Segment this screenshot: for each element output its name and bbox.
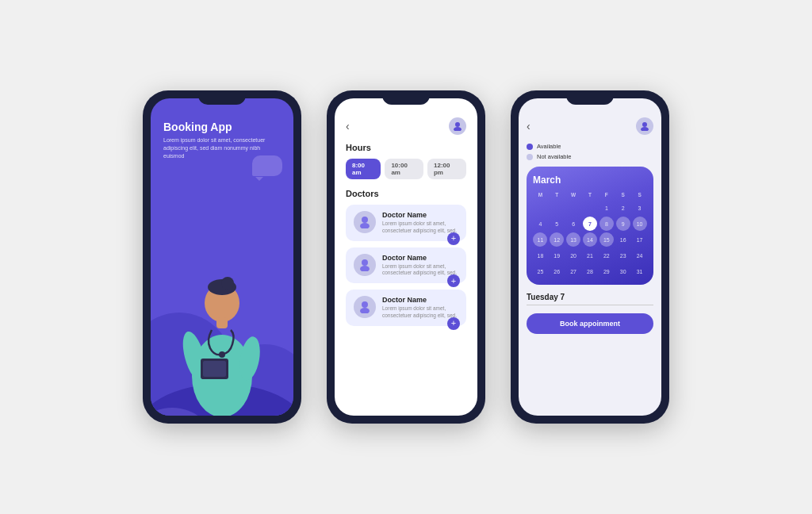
doc-desc-0: Lorem ipsum dolor sit amet,consectetuer … xyxy=(382,221,458,235)
cal-day-31[interactable]: 31 xyxy=(633,264,647,278)
calendar-grid: M T W T F S S 1 2 3 xyxy=(533,190,647,278)
user-avatar-3[interactable] xyxy=(636,117,653,135)
doctor-card-2[interactable]: Doctor Name Lorem ipsum dolor sit amet,c… xyxy=(346,290,466,326)
doctor-card-1[interactable]: Doctor Name Lorem ipsum dolor sit amet,c… xyxy=(346,247,466,284)
doc-name-0: Doctor Name xyxy=(382,211,458,219)
hour-chip-0[interactable]: 8:00 am xyxy=(346,159,381,179)
phones-container: Booking App Lorem ipsum dolor sit amet, … xyxy=(127,75,685,439)
back-button-3[interactable]: ‹ xyxy=(527,120,530,132)
phone3-header: ‹ xyxy=(527,117,653,135)
cal-day-25[interactable]: 25 xyxy=(533,264,547,278)
svg-point-20 xyxy=(362,301,368,308)
legend-not-available: Not available xyxy=(527,153,653,160)
cal-day-15[interactable]: 15 xyxy=(599,232,614,247)
cal-day-28[interactable]: 28 xyxy=(583,264,597,278)
phone-hours: ‹ Hours 8:00 am 10:00 am 12:00 pm Doctor… xyxy=(327,90,485,424)
doctor-icon-1 xyxy=(358,259,371,271)
cal-header-T2: T xyxy=(583,190,598,199)
hour-chip-1[interactable]: 10:00 am xyxy=(385,159,423,179)
cal-header-W: W xyxy=(566,190,581,199)
svg-point-22 xyxy=(642,122,647,127)
cal-day-21[interactable]: 21 xyxy=(583,248,597,263)
cal-day-16[interactable]: 16 xyxy=(616,232,630,247)
doc-info-2: Doctor Name Lorem ipsum dolor sit amet,c… xyxy=(382,296,458,320)
phone-calendar: ‹ Available Not avai xyxy=(511,90,669,424)
cal-day-6[interactable]: 6 xyxy=(566,217,580,231)
cal-day-5[interactable]: 5 xyxy=(550,217,564,231)
cal-day-2[interactable]: 2 xyxy=(616,201,630,215)
phone2-content: ‹ Hours 8:00 am 10:00 am 12:00 pm Doctor… xyxy=(335,98,477,340)
available-label: Available xyxy=(537,143,561,150)
doc-name-1: Doctor Name xyxy=(382,254,458,262)
svg-point-19 xyxy=(360,266,370,271)
svg-rect-12 xyxy=(203,361,226,377)
svg-point-17 xyxy=(360,223,370,228)
add-doctor-0[interactable]: + xyxy=(447,232,460,245)
cal-day-10[interactable]: 10 xyxy=(633,217,647,231)
cal-day-11[interactable]: 11 xyxy=(533,232,547,247)
add-doctor-2[interactable]: + xyxy=(447,317,460,330)
cal-day-22[interactable]: 22 xyxy=(599,248,614,263)
doctor-illustration xyxy=(170,241,274,416)
cal-day-1[interactable]: 1 xyxy=(599,201,614,215)
svg-point-7 xyxy=(221,277,234,290)
cal-day-20[interactable]: 20 xyxy=(566,248,580,263)
doctor-icon-2 xyxy=(358,301,371,313)
cal-header-S1: S xyxy=(615,190,630,199)
user-icon-3 xyxy=(640,121,649,131)
cal-header-T1: T xyxy=(550,190,565,199)
doctors-section-title: Doctors xyxy=(346,189,466,198)
cal-day-29[interactable]: 29 xyxy=(599,264,614,278)
cal-day-30[interactable]: 30 xyxy=(616,264,630,278)
cal-day-27[interactable]: 27 xyxy=(566,264,580,278)
phone1-content: Booking App Lorem ipsum dolor sit amet, … xyxy=(151,98,293,169)
cal-day-9[interactable]: 9 xyxy=(616,217,630,231)
doctor-card-0[interactable]: Doctor Name Lorem ipsum dolor sit amet,c… xyxy=(346,205,466,241)
cal-day-4[interactable]: 4 xyxy=(533,217,547,231)
cal-day-7[interactable]: 7 xyxy=(583,217,597,231)
booking-title: Booking App xyxy=(163,121,281,133)
doc-info-1: Doctor Name Lorem ipsum dolor sit amet,c… xyxy=(382,254,458,278)
cal-day-3[interactable]: 3 xyxy=(633,201,647,215)
cal-empty-1 xyxy=(533,201,547,215)
svg-point-15 xyxy=(454,127,462,131)
cal-day-8[interactable]: 8 xyxy=(599,217,614,231)
user-avatar-2[interactable] xyxy=(449,117,466,135)
calendar-box: March M T W T F S S xyxy=(527,167,653,285)
cal-empty-3 xyxy=(566,201,580,215)
cal-day-13[interactable]: 13 xyxy=(566,232,580,247)
selected-date: Tuesday 7 xyxy=(527,293,653,301)
doc-avatar-0 xyxy=(354,211,376,233)
cal-day-26[interactable]: 26 xyxy=(550,264,564,278)
book-appointment-button[interactable]: Book appoinment xyxy=(527,313,653,334)
add-doctor-1[interactable]: + xyxy=(447,274,460,287)
divider xyxy=(527,305,653,305)
svg-point-21 xyxy=(360,308,370,313)
cal-header-M: M xyxy=(533,190,548,199)
not-available-dot xyxy=(527,154,533,160)
cal-day-14[interactable]: 14 xyxy=(583,232,597,247)
cal-day-23[interactable]: 23 xyxy=(616,248,630,263)
svg-point-13 xyxy=(219,351,225,358)
doctor-icon-0 xyxy=(358,216,371,228)
cal-day-24[interactable]: 24 xyxy=(633,248,647,263)
hours-section-title: Hours xyxy=(346,143,466,152)
back-button-2[interactable]: ‹ xyxy=(346,120,350,132)
cal-day-12[interactable]: 12 xyxy=(550,232,564,247)
not-available-label: Not available xyxy=(537,153,571,160)
cal-day-17[interactable]: 17 xyxy=(633,232,647,247)
cal-header-S2: S xyxy=(632,190,647,199)
phone2-header: ‹ xyxy=(346,117,466,135)
cal-day-18[interactable]: 18 xyxy=(533,248,547,263)
user-icon xyxy=(453,121,462,131)
cal-day-19[interactable]: 19 xyxy=(550,248,564,263)
svg-point-14 xyxy=(455,122,460,127)
doc-avatar-2 xyxy=(354,296,376,318)
booking-description: Lorem ipsum dolor sit amet, consectetuer… xyxy=(163,136,281,159)
hours-row: 8:00 am 10:00 am 12:00 pm xyxy=(346,159,466,179)
doc-desc-1: Lorem ipsum dolor sit amet,consectetuer … xyxy=(382,263,458,278)
svg-point-16 xyxy=(362,217,368,223)
hour-chip-2[interactable]: 12:00 pm xyxy=(427,159,466,179)
doc-avatar-1 xyxy=(354,254,376,276)
available-dot xyxy=(527,144,533,150)
